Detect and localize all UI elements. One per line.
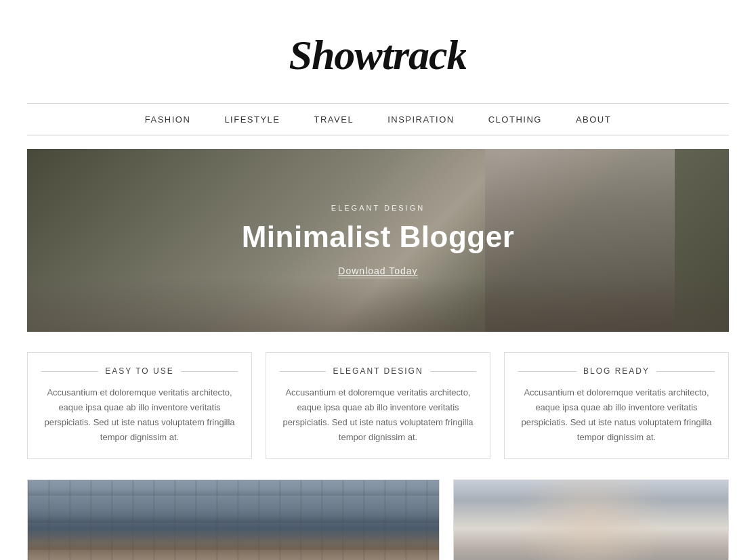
logo-svg: Showtrack (290, 20, 466, 81)
feature-title-blog: BLOG READY (518, 366, 715, 376)
hero-bottom-gradient (27, 278, 729, 332)
hero-section: ELEGANT DESIGN Minimalist Blogger Downlo… (27, 149, 729, 332)
feature-box-easy: EASY TO USE Accusantium et doloremque ve… (27, 352, 252, 459)
nav-list: FASHION LIFESTYLE TRAVEL INSPIRATION CLO… (27, 113, 729, 125)
feature-text-elegant: Accusantium et doloremque veritatis arch… (280, 385, 476, 445)
hero-title: Minimalist Blogger (242, 220, 515, 254)
bottom-card-girl[interactable] (453, 479, 729, 560)
nav-item-fashion[interactable]: FASHION (145, 113, 191, 125)
feature-title-elegant: ELEGANT DESIGN (280, 366, 476, 376)
feature-box-blog: BLOG READY Accusantium et doloremque ver… (504, 352, 729, 459)
nav-item-clothing[interactable]: CLOTHING (488, 113, 542, 125)
feature-title-easy: EASY TO USE (41, 366, 238, 376)
nav-link-fashion[interactable]: FASHION (145, 114, 191, 125)
nav-link-travel[interactable]: TRAVEL (314, 114, 354, 125)
bottom-card-city[interactable] (27, 479, 440, 560)
nav-item-travel[interactable]: TRAVEL (314, 113, 354, 125)
nav-item-about[interactable]: ABOUT (576, 113, 611, 125)
logo-text: Showtrack (290, 32, 466, 78)
feature-box-elegant: ELEGANT DESIGN Accusantium et doloremque… (266, 352, 490, 459)
navigation: FASHION LIFESTYLE TRAVEL INSPIRATION CLO… (27, 103, 729, 135)
hero-cta-link[interactable]: Download Today (338, 265, 417, 278)
nav-item-lifestyle[interactable]: LIFESTYLE (224, 113, 280, 125)
nav-item-inspiration[interactable]: INSPIRATION (387, 113, 455, 125)
header: Showtrack (0, 0, 756, 103)
bottom-cards-section (27, 479, 729, 560)
features-section: EASY TO USE Accusantium et doloremque ve… (27, 352, 729, 459)
nav-link-clothing[interactable]: CLOTHING (488, 114, 542, 125)
hero-content: ELEGANT DESIGN Minimalist Blogger Downlo… (242, 204, 515, 277)
nav-link-inspiration[interactable]: INSPIRATION (387, 114, 455, 125)
site-logo[interactable]: Showtrack (290, 20, 466, 89)
hero-label: ELEGANT DESIGN (242, 204, 515, 212)
nav-link-lifestyle[interactable]: LIFESTYLE (224, 114, 280, 125)
nav-link-about[interactable]: ABOUT (576, 114, 611, 125)
feature-text-blog: Accusantium et doloremque veritatis arch… (518, 385, 715, 445)
feature-text-easy: Accusantium et doloremque veritatis arch… (41, 385, 238, 445)
